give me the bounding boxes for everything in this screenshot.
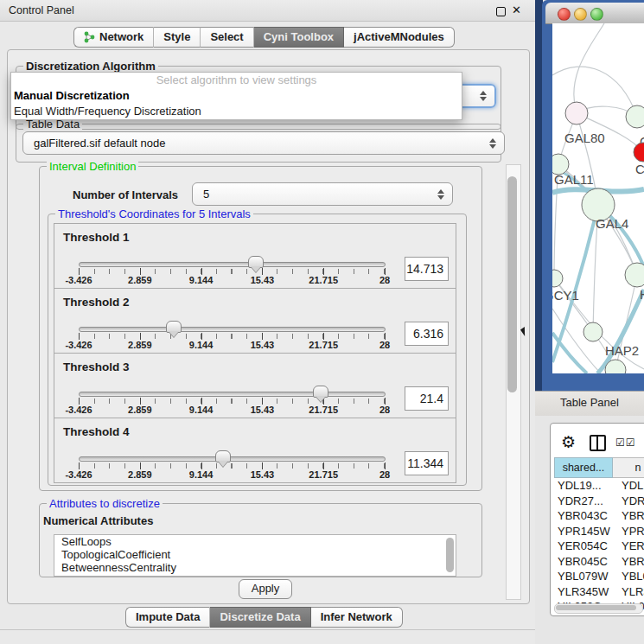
table-row[interactable]: YDL19...YDL1	[554, 478, 644, 494]
network-node[interactable]	[626, 105, 644, 128]
table-row[interactable]: YLR345WYLR3	[554, 584, 644, 600]
combo-stepper-icon	[488, 138, 496, 149]
table-row[interactable]: YBR045CYBR0	[554, 554, 644, 570]
table-cell[interactable]: YBR0	[616, 508, 644, 524]
number-of-intervals-combo[interactable]: 5	[192, 182, 453, 206]
threshold-label: Threshold 3	[63, 360, 130, 373]
apply-button[interactable]: Apply	[239, 579, 292, 599]
table-row[interactable]: YDR27...YDR2	[554, 494, 644, 509]
tab-jactivemnodules[interactable]: jActiveMNodules	[344, 27, 455, 48]
list-scrollbar[interactable]	[446, 538, 454, 572]
table-h-scrollbar[interactable]	[554, 603, 643, 614]
axis-tick-label: 2.859	[128, 405, 152, 415]
discretization-algorithm-group-title: Discretization Algorithm	[23, 60, 158, 73]
network-node[interactable]	[565, 102, 588, 124]
threshold-value-field[interactable]: 21.4	[405, 386, 449, 411]
slider-track[interactable]	[79, 327, 386, 332]
table-cell[interactable]: YLR345W	[554, 584, 616, 600]
axis-tick-label: 15.43	[251, 405, 275, 415]
threshold-value-field[interactable]: 11.344	[405, 451, 449, 475]
tab-discretize-data[interactable]: Discretize Data	[210, 607, 310, 628]
table-row[interactable]: YBR043CYBR0	[554, 508, 644, 524]
axis-tick-label: 15.43	[251, 469, 275, 480]
tab-infer-network[interactable]: Infer Network	[311, 607, 403, 628]
table-cell[interactable]: YDR2	[616, 494, 644, 509]
slider-thumb[interactable]	[248, 256, 264, 268]
tab-select[interactable]: Select	[201, 27, 253, 48]
table-cell[interactable]: YDR27...	[554, 494, 616, 509]
attribute-item[interactable]: BetweennessCentrality	[54, 561, 456, 574]
table-cell[interactable]: YBR045C	[554, 554, 616, 570]
threshold-label: Threshold 2	[63, 296, 130, 309]
network-node[interactable]	[634, 143, 644, 162]
table-cell[interactable]: YPR145W	[554, 524, 616, 539]
axis-tick-label: 9.144	[189, 340, 214, 350]
checkbox-icons[interactable]: ☑☑	[615, 437, 636, 449]
table-cell[interactable]: YBL079W	[554, 569, 616, 584]
network-node[interactable]	[552, 270, 563, 287]
table-cell[interactable]: YDL19...	[554, 478, 616, 494]
table-cell[interactable]: YBR043C	[554, 508, 616, 524]
table-cell[interactable]: YER054C	[554, 539, 616, 554]
table-row[interactable]: YER054CYER0	[554, 539, 644, 554]
table-cell[interactable]: YER0	[616, 539, 644, 554]
table-cell[interactable]: YDL1	[616, 478, 644, 494]
node-table: shared... n YDL19...YDL1YDR27...YDR2YBR0…	[554, 457, 644, 615]
combo-stepper-icon	[437, 189, 444, 200]
axis-tick-label: 2.859	[128, 469, 152, 480]
numerical-attributes-list[interactable]: SelfLoopsTopologicalCoefficientBetweenne…	[54, 534, 456, 577]
close-icon[interactable]: ✕	[512, 3, 521, 16]
slider-thumb[interactable]	[313, 386, 328, 398]
threshold-value-field[interactable]: 14.713	[405, 257, 449, 281]
table-row[interactable]: YPR145WYPR1	[554, 524, 644, 539]
zoom-traffic-icon[interactable]	[590, 8, 603, 21]
table-rows: YDL19...YDL1YDR27...YDR2YBR043CYBR0YPR14…	[554, 478, 644, 615]
axis-tick-label: 28	[379, 275, 390, 285]
table-cell[interactable]: YBR0	[616, 554, 644, 570]
attribute-item[interactable]: TopologicalCoefficient	[54, 548, 456, 561]
tab-style[interactable]: Style	[154, 27, 201, 48]
number-of-intervals-value: 5	[203, 188, 209, 201]
table-cell[interactable]: YPR1	[616, 524, 644, 539]
table-data-combo[interactable]: galFiltered.sif default node	[22, 131, 505, 155]
slider-track[interactable]	[79, 392, 386, 397]
tab-jactivemnodules-label: jActiveMNodules	[354, 28, 444, 47]
top-tab-bar: Network Style Select Cyni Toolbox jActiv…	[73, 27, 455, 48]
column-layout-icon[interactable]	[590, 435, 606, 451]
network-canvas[interactable]: GAL80GALCGAL11GAL4GCY1HHAP2	[552, 23, 644, 373]
popup-item-equal-width-frequency[interactable]: Equal Width/Frequency Discretization	[11, 104, 462, 119]
tab-network[interactable]: Network	[73, 27, 154, 48]
table-h-scrollbar-thumb[interactable]	[556, 605, 636, 610]
table-row[interactable]: YBL079WYBL0	[554, 569, 644, 584]
network-node-label: C	[635, 162, 644, 176]
slider-ticks	[79, 463, 385, 469]
close-traffic-icon[interactable]	[558, 8, 571, 21]
popup-item-manual-discretization[interactable]: Manual Discretization	[11, 88, 462, 104]
slider-track[interactable]	[79, 262, 386, 267]
slider-thumb[interactable]	[166, 321, 182, 333]
algorithm-dropdown-popup: Select algorithm to view settings Manual…	[10, 72, 462, 120]
tab-network-label: Network	[99, 28, 143, 47]
threshold-value-field[interactable]: 6.316	[405, 322, 449, 346]
axis-tick-label: 21.715	[309, 340, 338, 350]
slider-track[interactable]	[79, 456, 386, 462]
column-header-name[interactable]: n	[613, 457, 644, 478]
slider-ticks	[79, 269, 385, 274]
minimize-traffic-icon[interactable]	[574, 8, 587, 21]
panel-scrollbar-thumb[interactable]	[507, 176, 517, 392]
network-edge[interactable]	[574, 23, 604, 113]
slider-thumb[interactable]	[215, 450, 231, 462]
network-edge-thick[interactable]	[552, 333, 587, 373]
gear-icon[interactable]: ⚙	[561, 432, 576, 452]
attribute-item[interactable]: SelfLoops	[54, 535, 456, 548]
column-header-shared-name[interactable]: shared...	[554, 457, 613, 478]
axis-tick-label: 28	[379, 405, 390, 415]
tab-cyni-toolbox[interactable]: Cyni Toolbox	[254, 27, 344, 48]
tab-impute-data[interactable]: Impute Data	[125, 607, 210, 628]
table-cell[interactable]: YLR3	[616, 584, 644, 600]
network-node[interactable]	[625, 263, 644, 287]
network-node[interactable]	[583, 322, 603, 341]
float-window-icon[interactable]	[496, 7, 506, 16]
network-window-titlebar	[545, 3, 644, 24]
table-cell[interactable]: YBL0	[616, 569, 644, 584]
